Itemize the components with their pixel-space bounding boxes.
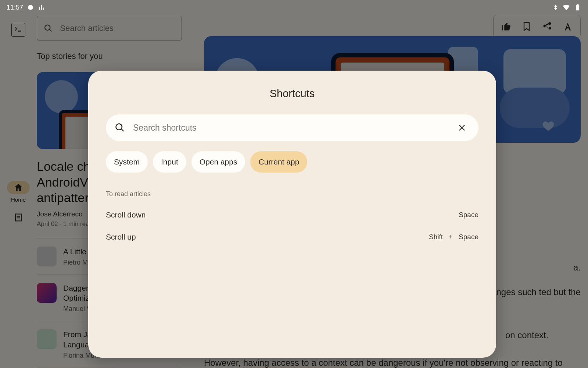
- shortcut-key: Space: [459, 211, 478, 219]
- bluetooth-icon: [552, 4, 559, 11]
- shortcut-label: Scroll up: [106, 233, 136, 241]
- shortcuts-search[interactable]: [106, 114, 478, 141]
- shortcut-label: Scroll down: [106, 210, 146, 219]
- status-chart-icon: [38, 4, 45, 11]
- shortcut-tab-current-app[interactable]: Current app: [250, 151, 307, 173]
- shortcuts-search-input[interactable]: [132, 123, 447, 133]
- shortcut-row: Scroll up Shift+Space: [106, 226, 478, 248]
- shortcut-list: Scroll down Space Scroll up Shift+Space: [88, 198, 496, 248]
- status-bar: 11:57: [0, 0, 588, 15]
- shortcut-tab-system[interactable]: System: [106, 151, 148, 173]
- shortcut-key: Space: [459, 233, 478, 241]
- close-icon: [457, 123, 467, 132]
- shortcut-tabs: SystemInputOpen appsCurrent app: [106, 151, 478, 173]
- shortcut-keys: Shift+Space: [429, 233, 478, 241]
- battery-icon: [574, 4, 581, 11]
- search-icon: [115, 123, 125, 133]
- shortcut-key: Shift: [429, 233, 443, 241]
- clear-search-button[interactable]: [454, 120, 470, 135]
- status-time: 11:57: [7, 4, 23, 11]
- shortcut-keys: Space: [459, 211, 478, 219]
- shortcut-tab-input[interactable]: Input: [153, 151, 186, 173]
- shortcut-row: Scroll down Space: [106, 204, 478, 226]
- svg-point-0: [28, 5, 33, 10]
- status-indicator-icon: [27, 4, 34, 11]
- dialog-title: Shortcuts: [88, 88, 496, 100]
- wifi-icon: [562, 3, 570, 11]
- shortcuts-dialog: Shortcuts SystemInputOpen appsCurrent ap…: [88, 71, 496, 358]
- shortcut-section-label: To read articles: [106, 190, 478, 198]
- shortcut-tab-open-apps[interactable]: Open apps: [191, 151, 245, 173]
